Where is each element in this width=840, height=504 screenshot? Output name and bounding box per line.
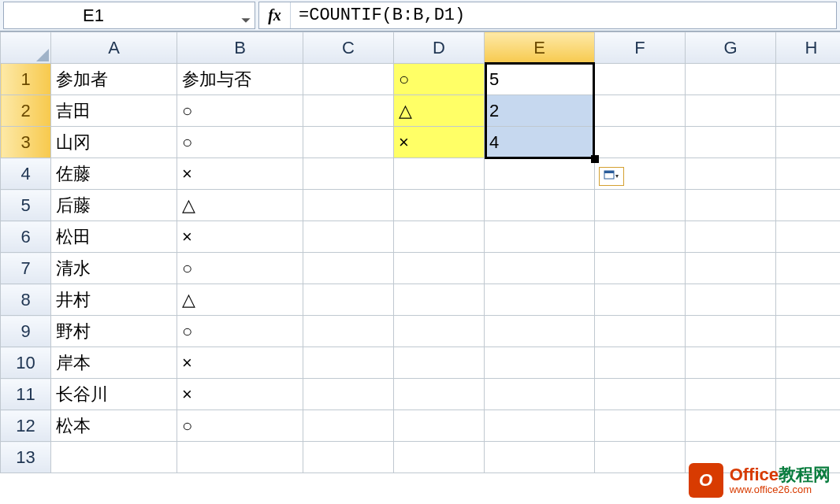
cell-C10[interactable]: [303, 347, 394, 379]
cell-E8[interactable]: [485, 284, 595, 316]
cell-A6[interactable]: 松田: [51, 221, 177, 253]
col-header-B[interactable]: B: [177, 32, 303, 64]
row-header-2[interactable]: 2: [1, 95, 51, 127]
cell-A5[interactable]: 后藤: [51, 190, 177, 221]
cell-B7[interactable]: ○: [177, 253, 303, 284]
cell-E12[interactable]: [485, 410, 595, 442]
cell-E3[interactable]: 4: [485, 127, 595, 158]
cell-A3[interactable]: 山冈: [51, 127, 177, 158]
name-box[interactable]: E1: [3, 2, 255, 29]
cell-C1[interactable]: [303, 64, 394, 95]
cell-E1[interactable]: 5: [485, 64, 595, 95]
col-header-H[interactable]: H: [776, 32, 841, 64]
cell-C2[interactable]: [303, 95, 394, 127]
cell-B3[interactable]: ○: [177, 127, 303, 158]
row-header-7[interactable]: 7: [1, 253, 51, 284]
cell-G11[interactable]: [686, 379, 776, 410]
cell-B1[interactable]: 参加与否: [177, 64, 303, 95]
cell-G3[interactable]: [686, 127, 776, 158]
col-header-F[interactable]: F: [595, 32, 686, 64]
cell-D12[interactable]: [394, 410, 485, 442]
cell-D10[interactable]: [394, 347, 485, 379]
row-header-13[interactable]: 13: [1, 442, 51, 473]
cell-A7[interactable]: 清水: [51, 253, 177, 284]
col-header-A[interactable]: A: [51, 32, 177, 64]
cell-D13[interactable]: [394, 442, 485, 473]
cell-G10[interactable]: [686, 347, 776, 379]
cell-H12[interactable]: [776, 410, 841, 442]
row-header-8[interactable]: 8: [1, 284, 51, 316]
cell-A13[interactable]: [51, 442, 177, 473]
cell-G7[interactable]: [686, 253, 776, 284]
cell-A8[interactable]: 井村: [51, 284, 177, 316]
cell-H10[interactable]: [776, 347, 841, 379]
cell-H9[interactable]: [776, 316, 841, 347]
cell-C12[interactable]: [303, 410, 394, 442]
cell-B11[interactable]: ×: [177, 379, 303, 410]
cell-E2[interactable]: 2: [485, 95, 595, 127]
cell-A4[interactable]: 佐藤: [51, 158, 177, 190]
cell-G12[interactable]: [686, 410, 776, 442]
cell-D5[interactable]: [394, 190, 485, 221]
cell-B9[interactable]: ○: [177, 316, 303, 347]
row-header-5[interactable]: 5: [1, 190, 51, 221]
cell-C5[interactable]: [303, 190, 394, 221]
cell-C11[interactable]: [303, 379, 394, 410]
cell-B5[interactable]: △: [177, 190, 303, 221]
formula-bar[interactable]: fx =COUNTIF(B:B,D1): [258, 2, 837, 29]
cell-G8[interactable]: [686, 284, 776, 316]
cell-F7[interactable]: [595, 253, 686, 284]
cell-D3[interactable]: ×: [394, 127, 485, 158]
row-header-11[interactable]: 11: [1, 379, 51, 410]
cell-D2[interactable]: △: [394, 95, 485, 127]
select-all-corner[interactable]: [1, 32, 51, 64]
cell-B8[interactable]: △: [177, 284, 303, 316]
cell-F6[interactable]: [595, 221, 686, 253]
fx-icon[interactable]: fx: [259, 2, 291, 28]
col-header-G[interactable]: G: [686, 32, 776, 64]
cell-D8[interactable]: [394, 284, 485, 316]
row-header-10[interactable]: 10: [1, 347, 51, 379]
cell-A12[interactable]: 松本: [51, 410, 177, 442]
row-header-9[interactable]: 9: [1, 316, 51, 347]
cell-H1[interactable]: [776, 64, 841, 95]
cell-H7[interactable]: [776, 253, 841, 284]
cell-B2[interactable]: ○: [177, 95, 303, 127]
cell-C7[interactable]: [303, 253, 394, 284]
cell-B10[interactable]: ×: [177, 347, 303, 379]
cell-E6[interactable]: [485, 221, 595, 253]
row-header-12[interactable]: 12: [1, 410, 51, 442]
cell-G6[interactable]: [686, 221, 776, 253]
cell-G2[interactable]: [686, 95, 776, 127]
cell-H2[interactable]: [776, 95, 841, 127]
cell-A11[interactable]: 长谷川: [51, 379, 177, 410]
cell-B4[interactable]: ×: [177, 158, 303, 190]
row-header-4[interactable]: 4: [1, 158, 51, 190]
cell-E9[interactable]: [485, 316, 595, 347]
cell-C13[interactable]: [303, 442, 394, 473]
cell-B13[interactable]: [177, 442, 303, 473]
cell-F12[interactable]: [595, 410, 686, 442]
row-header-3[interactable]: 3: [1, 127, 51, 158]
cell-H6[interactable]: [776, 221, 841, 253]
cell-H5[interactable]: [776, 190, 841, 221]
cell-D1[interactable]: ○: [394, 64, 485, 95]
cell-E13[interactable]: [485, 442, 595, 473]
cell-F11[interactable]: [595, 379, 686, 410]
cell-C8[interactable]: [303, 284, 394, 316]
cell-F5[interactable]: [595, 190, 686, 221]
cell-H8[interactable]: [776, 284, 841, 316]
cell-F8[interactable]: [595, 284, 686, 316]
cell-A1[interactable]: 参加者: [51, 64, 177, 95]
cell-H3[interactable]: [776, 127, 841, 158]
cell-F2[interactable]: [595, 95, 686, 127]
col-header-C[interactable]: C: [303, 32, 394, 64]
cell-A9[interactable]: 野村: [51, 316, 177, 347]
cell-B12[interactable]: ○: [177, 410, 303, 442]
cell-A10[interactable]: 岸本: [51, 347, 177, 379]
cell-D11[interactable]: [394, 379, 485, 410]
cell-F9[interactable]: [595, 316, 686, 347]
cell-H4[interactable]: [776, 158, 841, 190]
cell-D7[interactable]: [394, 253, 485, 284]
row-header-1[interactable]: 1: [1, 64, 51, 95]
